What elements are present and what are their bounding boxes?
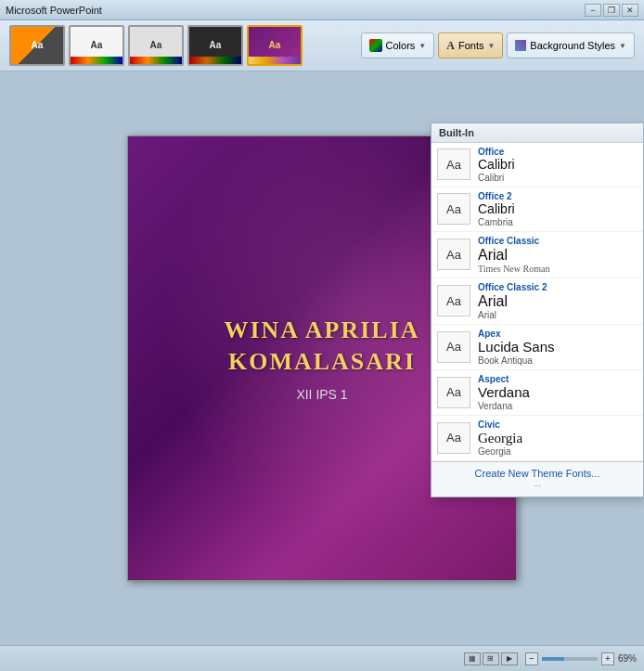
- restore-button[interactable]: ❐: [603, 4, 620, 17]
- colors-dropdown-arrow: ▼: [419, 42, 426, 50]
- font-name-office: Office: [478, 147, 638, 157]
- colors-button[interactable]: Colors ▼: [361, 32, 435, 58]
- background-styles-label: Background Styles: [530, 40, 615, 51]
- background-styles-icon: [515, 40, 526, 51]
- font-item-office-classic2[interactable]: Aa Office Classic 2 Arial Arial: [431, 278, 643, 325]
- font-info-office-classic: Office Classic Arial Times New Roman: [478, 236, 638, 274]
- font-info-office2: Office 2 Calibri Cambria: [478, 191, 638, 227]
- font-item-office2[interactable]: Aa Office 2 Calibri Cambria: [431, 187, 643, 232]
- font-preview-office-classic2: Aa: [437, 285, 470, 316]
- ribbon-buttons: Colors ▼ A Fonts ▼ Background Styles ▼: [361, 32, 635, 58]
- theme-label-1: Aa: [32, 40, 44, 50]
- font-name-office2: Office 2: [478, 191, 638, 201]
- zoom-slider[interactable]: [542, 657, 598, 661]
- font-main-apex: Lucida Sans: [478, 339, 638, 355]
- theme-swatch-1[interactable]: Aa: [9, 25, 65, 66]
- font-name-office-classic2: Office Classic 2: [478, 282, 638, 292]
- font-secondary-office-classic: Times New Roman: [478, 264, 638, 274]
- main-area: WINA APRILIA KOMALASARI XII IPS 1 Built-…: [0, 71, 644, 645]
- font-list[interactable]: Aa Office Calibri Calibri Aa Office 2 Ca…: [431, 143, 643, 461]
- theme-label-2: Aa: [91, 40, 103, 50]
- zoom-percent: 69%: [618, 653, 637, 664]
- font-preview-civic: Aa: [437, 422, 470, 454]
- background-styles-dropdown-arrow: ▼: [619, 42, 626, 50]
- dropdown-dots: ···: [534, 481, 541, 491]
- ribbon: Aa Aa Aa Aa Aa ▼ Colors ▼ A Fonts ▼ Back…: [0, 20, 644, 71]
- font-main-office: Calibri: [478, 157, 638, 173]
- view-normal-button[interactable]: ▦: [464, 652, 481, 665]
- app-title: Microsoft PowerPoint: [6, 5, 102, 16]
- title-bar: Microsoft PowerPoint − ❐ ✕: [0, 0, 644, 20]
- zoom-in-button[interactable]: +: [601, 652, 614, 665]
- background-styles-button[interactable]: Background Styles ▼: [507, 32, 635, 58]
- font-secondary-office: Calibri: [478, 173, 638, 183]
- window-controls: − ❐ ✕: [585, 4, 638, 17]
- colors-label: Colors: [386, 40, 416, 51]
- view-present-button[interactable]: ▶: [501, 652, 518, 665]
- font-item-apex[interactable]: Aa Apex Lucida Sans Book Antiqua: [431, 325, 643, 370]
- font-item-office[interactable]: Aa Office Calibri Calibri: [431, 143, 643, 187]
- font-preview-aspect: Aa: [437, 377, 470, 408]
- font-item-office-classic[interactable]: Aa Office Classic Arial Times New Roman: [431, 232, 643, 278]
- view-slide-button[interactable]: ⊞: [483, 652, 499, 665]
- status-right: ▦ ⊞ ▶ − + 69%: [464, 652, 637, 665]
- fonts-button[interactable]: A Fonts ▼: [438, 32, 503, 58]
- view-buttons: ▦ ⊞ ▶: [464, 652, 518, 665]
- font-secondary-apex: Book Antiqua: [478, 355, 638, 366]
- font-preview-office2: Aa: [437, 193, 470, 225]
- font-preview-office: Aa: [437, 148, 470, 180]
- theme-swatch-3[interactable]: Aa: [128, 25, 184, 66]
- font-name-civic: Civic: [478, 419, 638, 430]
- fonts-dropdown-panel: Built-In Aa Office Calibri Calibri Aa Of…: [431, 123, 644, 497]
- font-preview-apex: Aa: [437, 331, 470, 363]
- font-secondary-aspect: Verdana: [478, 401, 638, 411]
- theme-label-3: Aa: [150, 40, 162, 50]
- colors-icon: [369, 39, 382, 52]
- dropdown-footer: Create New Theme Fonts... ···: [431, 461, 643, 497]
- minimize-button[interactable]: −: [585, 4, 601, 17]
- font-preview-office-classic: Aa: [437, 239, 470, 270]
- font-name-apex: Apex: [478, 329, 638, 339]
- close-button[interactable]: ✕: [622, 4, 638, 17]
- font-info-civic: Civic Georgia Georgia: [478, 419, 638, 457]
- font-info-office: Office Calibri Calibri: [478, 147, 638, 183]
- slide-subtitle: XII IPS 1: [296, 387, 347, 402]
- font-main-office-classic: Arial: [478, 246, 638, 264]
- font-secondary-civic: Georgia: [478, 446, 638, 457]
- font-main-aspect: Verdana: [478, 384, 638, 401]
- font-main-office-classic2: Arial: [478, 292, 638, 310]
- fonts-dropdown-arrow: ▼: [487, 42, 495, 50]
- dropdown-header: Built-In: [431, 123, 643, 143]
- theme-swatch-5[interactable]: Aa: [247, 25, 303, 66]
- font-name-aspect: Aspect: [478, 374, 638, 384]
- font-info-office-classic2: Office Classic 2 Arial Arial: [478, 282, 638, 320]
- font-item-aspect[interactable]: Aa Aspect Verdana Verdana: [431, 370, 643, 416]
- font-name-office-classic: Office Classic: [478, 236, 638, 246]
- create-new-theme-fonts-link[interactable]: Create New Theme Fonts...: [475, 468, 600, 479]
- font-main-civic: Georgia: [478, 430, 638, 446]
- slide-title: WINA APRILIA KOMALASARI: [224, 315, 419, 378]
- zoom-controls: − + 69%: [525, 652, 637, 665]
- fonts-label: Fonts: [458, 40, 484, 51]
- theme-label-5: Aa: [269, 40, 281, 50]
- font-info-aspect: Aspect Verdana Verdana: [478, 374, 638, 411]
- font-info-apex: Apex Lucida Sans Book Antiqua: [478, 329, 638, 366]
- font-main-office2: Calibri: [478, 201, 638, 217]
- theme-label-4: Aa: [210, 40, 222, 50]
- font-item-civic[interactable]: Aa Civic Georgia Georgia: [431, 416, 643, 461]
- font-secondary-office2: Cambria: [478, 217, 638, 227]
- font-secondary-office-classic2: Arial: [478, 310, 638, 320]
- zoom-out-button[interactable]: −: [525, 652, 538, 665]
- theme-swatch-4[interactable]: Aa: [187, 25, 243, 66]
- fonts-icon: A: [446, 39, 455, 53]
- status-bar: ▦ ⊞ ▶ − + 69%: [0, 645, 644, 671]
- theme-swatch-2[interactable]: Aa: [69, 25, 124, 66]
